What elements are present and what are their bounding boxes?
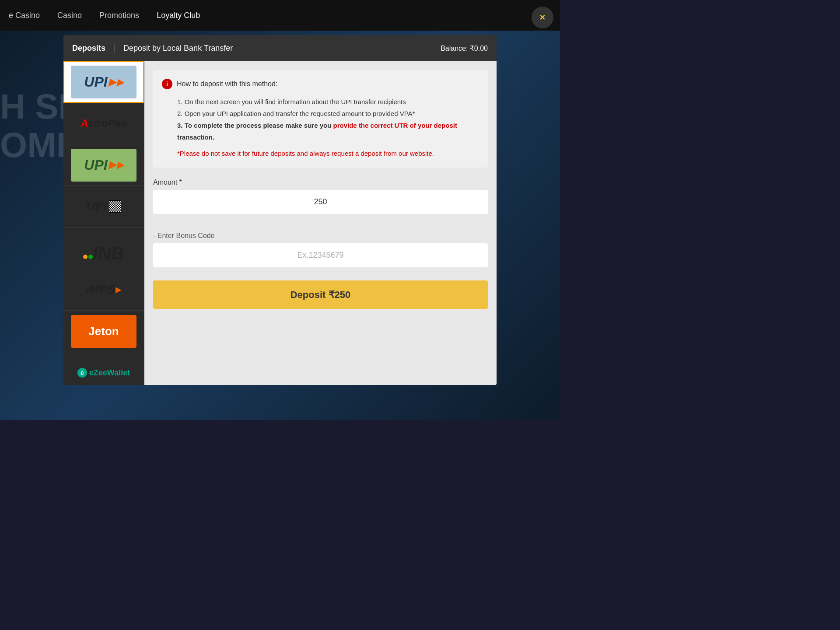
payment-method-imps[interactable]: IMPS ▶: [63, 269, 144, 311]
inb-logo: INB: [71, 234, 136, 262]
bonus-section: - Enter Bonus Code: [153, 232, 488, 267]
info-step3-pre: 3. To complete the process please make s…: [177, 122, 333, 129]
info-box: i How to deposit with this method: 1. On…: [153, 70, 488, 168]
astropay-logo: AstroPay: [71, 115, 136, 132]
deposit-modal: Deposits Deposit by Local Bank Transfer …: [63, 35, 497, 385]
imps-logo: IMPS ▶: [71, 278, 136, 302]
modal-header: Deposits Deposit by Local Bank Transfer …: [63, 35, 497, 61]
payment-method-astropay[interactable]: AstroPay: [63, 103, 144, 144]
deposit-button[interactable]: Deposit ₹250: [153, 280, 488, 309]
info-step-3: 3. To complete the process please make s…: [177, 119, 479, 143]
payment-method-upi-qr[interactable]: UPI: [63, 186, 144, 228]
payment-methods-sidebar: UPI ▶ AstroPay UPI ▶: [63, 61, 144, 385]
amount-input[interactable]: [153, 190, 488, 214]
modal-body: UPI ▶ AstroPay UPI ▶: [63, 61, 497, 385]
payment-method-ezeewallet[interactable]: e eZeeWallet: [63, 352, 144, 385]
bonus-label: - Enter Bonus Code: [153, 232, 488, 240]
nav-ecasino[interactable]: e Casino: [9, 11, 40, 20]
jeton-logo: Jeton: [71, 315, 136, 348]
info-step3-link: provide the correct UTR of your deposit: [333, 122, 457, 129]
amount-label: Amount *: [153, 178, 488, 186]
nav-loyalty-club[interactable]: Loyalty Club: [157, 11, 200, 20]
amount-section: Amount *: [153, 178, 488, 214]
ezeewallet-logo: e eZeeWallet: [71, 361, 136, 385]
qr-icon: [109, 200, 121, 213]
bonus-code-input[interactable]: [153, 243, 488, 267]
upi-blue-logo: UPI ▶: [71, 66, 136, 98]
deposits-tab[interactable]: Deposits: [72, 44, 115, 53]
info-title: How to deposit with this method:: [177, 80, 277, 88]
info-step-1: 1. On the next screen you will find info…: [177, 96, 479, 108]
info-steps: 1. On the next screen you will find info…: [162, 96, 479, 143]
info-header: i How to deposit with this method:: [162, 79, 479, 89]
info-step-2: 2. Open your UPI application and transfe…: [177, 108, 479, 119]
info-step3-post: transaction.: [177, 133, 214, 141]
nav-casino[interactable]: Casino: [57, 11, 82, 20]
modal-title: Deposit by Local Bank Transfer: [123, 44, 441, 53]
payment-method-upi-blue[interactable]: UPI ▶: [63, 61, 144, 103]
upi-green-logo: UPI ▶: [71, 149, 136, 182]
balance-display: Balance: ₹0.00: [441, 44, 488, 52]
info-icon: i: [162, 79, 172, 89]
payment-method-upi-green[interactable]: UPI ▶: [63, 144, 144, 186]
deposit-form-area: i How to deposit with this method: 1. On…: [144, 61, 497, 385]
info-warning: *Please do not save it for future deposi…: [162, 148, 479, 159]
upi-qr-logo: UPI: [71, 195, 136, 219]
payment-method-jeton[interactable]: Jeton: [63, 311, 144, 352]
payment-method-inb[interactable]: INB: [63, 228, 144, 269]
close-icon: ×: [540, 12, 546, 23]
close-button[interactable]: ×: [532, 7, 553, 28]
nav-promotions[interactable]: Promotions: [99, 11, 139, 20]
form-divider: [153, 223, 488, 223]
top-navigation: e Casino Casino Promotions Loyalty Club: [0, 0, 560, 31]
